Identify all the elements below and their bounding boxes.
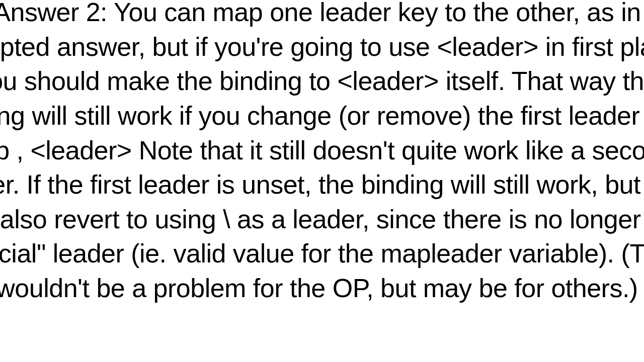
answer-text-block: Answer 2: You can map one leader key to … (0, 0, 644, 306)
